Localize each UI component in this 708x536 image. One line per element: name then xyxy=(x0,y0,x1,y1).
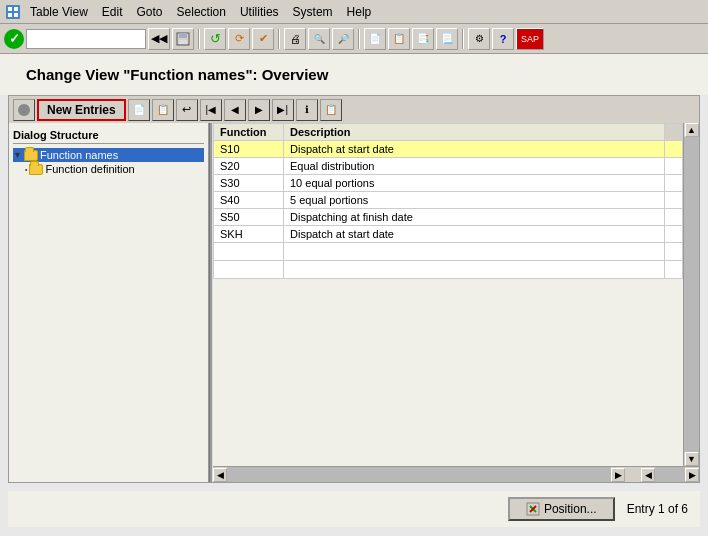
menu-goto[interactable]: Goto xyxy=(131,3,169,21)
cell-empty xyxy=(665,175,683,192)
action-toolbar: New Entries 📄 📋 ↩ |◀ ◀ ▶ ▶| ℹ 📋 xyxy=(8,95,700,123)
tree-item-function-names[interactable]: ▼ Function names xyxy=(13,148,204,162)
menu-system[interactable]: System xyxy=(287,3,339,21)
menu-edit[interactable]: Edit xyxy=(96,3,129,21)
tree-label-function-definition: Function definition xyxy=(45,163,134,175)
new-entries-button[interactable]: New Entries xyxy=(37,99,126,121)
menu-utilities[interactable]: Utilities xyxy=(234,3,285,21)
table-row[interactable]: S405 equal portions xyxy=(214,192,683,209)
undo-btn[interactable]: ↩ xyxy=(176,99,198,121)
cell-empty xyxy=(665,226,683,243)
details-btn[interactable]: 📋 xyxy=(320,99,342,121)
menu-table-view[interactable]: Table View xyxy=(24,3,94,21)
doc4-btn[interactable]: 📃 xyxy=(436,28,458,50)
find2-btn[interactable]: 🔎 xyxy=(332,28,354,50)
sap-btn[interactable]: SAP xyxy=(516,28,544,50)
table-area: Function Description S10Dispatch at star… xyxy=(213,123,699,482)
scroll-right2-btn[interactable]: ▶ xyxy=(685,468,699,482)
settings-btn[interactable]: ⚙ xyxy=(468,28,490,50)
toolbar-sep-4 xyxy=(462,29,464,49)
scroll-up-btn[interactable]: ▲ xyxy=(685,123,699,137)
table-row[interactable]: S20Equal distribution xyxy=(214,158,683,175)
cell-description: 5 equal portions xyxy=(284,192,665,209)
cell-description: Dispatch at start date xyxy=(284,141,665,158)
content-wrapper: Dialog Structure ▼ Function names • Func… xyxy=(8,123,700,483)
dialog-panel: Dialog Structure ▼ Function names • Func… xyxy=(9,123,209,482)
hscroll-track2[interactable] xyxy=(655,467,685,482)
table-row-empty xyxy=(214,261,683,279)
cell-description: Dispatch at start date xyxy=(284,226,665,243)
cell-description: Equal distribution xyxy=(284,158,665,175)
table-row[interactable]: S50Dispatching at finish date xyxy=(214,209,683,226)
col-header-function: Function xyxy=(214,124,284,141)
scroll-left2-btn[interactable]: ◀ xyxy=(641,468,655,482)
cell-function: S30 xyxy=(214,175,284,192)
cell-empty xyxy=(665,192,683,209)
refresh-btn[interactable]: ↺ xyxy=(204,28,226,50)
nav-back-btn[interactable]: ◀◀ xyxy=(148,28,170,50)
col-header-description: Description xyxy=(284,124,665,141)
app-icon xyxy=(4,3,22,21)
svg-rect-1 xyxy=(8,7,12,11)
svg-rect-3 xyxy=(8,13,12,17)
command-input[interactable] xyxy=(26,29,146,49)
svg-rect-6 xyxy=(179,33,187,38)
toolbar-icon-btn[interactable] xyxy=(13,99,35,121)
find-btn[interactable]: 🔍 xyxy=(308,28,330,50)
toolbar: ✓ ◀◀ ↺ ⟳ ✔ 🖨 🔍 🔎 📄 📋 📑 📃 ⚙ ? SAP xyxy=(0,24,708,54)
copy-btn[interactable]: 📄 xyxy=(128,99,150,121)
table-wrapper: Function Description S10Dispatch at star… xyxy=(213,123,683,466)
data-table: Function Description S10Dispatch at star… xyxy=(213,123,683,279)
save-btn[interactable] xyxy=(172,28,194,50)
col-header-corner[interactable] xyxy=(665,124,683,141)
dialog-structure-title: Dialog Structure xyxy=(13,127,204,144)
table-row-empty xyxy=(214,243,683,261)
scroll-left-btn[interactable]: ◀ xyxy=(213,468,227,482)
cell-function: S40 xyxy=(214,192,284,209)
confirm-button[interactable]: ✓ xyxy=(4,29,24,49)
doc-btn[interactable]: 📄 xyxy=(364,28,386,50)
vertical-scrollbar[interactable]: ▲ ▼ xyxy=(683,123,699,466)
page-title: Change View "Function names": Overview xyxy=(16,60,692,91)
entry-count: Entry 1 of 6 xyxy=(627,502,688,516)
cell-empty xyxy=(665,209,683,226)
check-btn[interactable]: ✔ xyxy=(252,28,274,50)
tree-item-function-definition[interactable]: • Function definition xyxy=(25,162,204,176)
scroll-down-btn[interactable]: ▼ xyxy=(685,452,699,466)
menubar: Table View Edit Goto Selection Utilities… xyxy=(0,0,708,24)
menu-selection[interactable]: Selection xyxy=(171,3,232,21)
cell-empty xyxy=(665,141,683,158)
print-btn[interactable]: 🖨 xyxy=(284,28,306,50)
tree-label-function-names: Function names xyxy=(40,149,118,161)
tree-arrow-dot: • xyxy=(25,166,27,173)
toolbar-sep-3 xyxy=(358,29,360,49)
svg-rect-7 xyxy=(179,40,187,44)
doc3-btn[interactable]: 📑 xyxy=(412,28,434,50)
hscroll-track[interactable] xyxy=(227,467,611,482)
help-btn[interactable]: ? xyxy=(492,28,514,50)
cell-empty xyxy=(665,158,683,175)
scroll-track[interactable] xyxy=(684,137,699,452)
doc2-btn[interactable]: 📋 xyxy=(388,28,410,50)
bottom-area: Position... Entry 1 of 6 xyxy=(8,491,700,527)
cell-description: Dispatching at finish date xyxy=(284,209,665,226)
table-row[interactable]: S10Dispatch at start date xyxy=(214,141,683,158)
horizontal-scrollbar[interactable]: ◀ ▶ ◀ ▶ xyxy=(213,466,699,482)
nav-next-btn[interactable]: ▶ xyxy=(248,99,270,121)
copy2-btn[interactable]: 📋 xyxy=(152,99,174,121)
position-button[interactable]: Position... xyxy=(508,497,615,521)
toolbar-sep-2 xyxy=(278,29,280,49)
nav-prev-btn[interactable]: ◀ xyxy=(224,99,246,121)
nav-last-btn[interactable]: ▶| xyxy=(272,99,294,121)
table-row[interactable]: S3010 equal portions xyxy=(214,175,683,192)
table-row[interactable]: SKHDispatch at start date xyxy=(214,226,683,243)
svg-rect-2 xyxy=(14,7,18,11)
cell-function: S50 xyxy=(214,209,284,226)
cell-description: 10 equal portions xyxy=(284,175,665,192)
info-btn[interactable]: ℹ xyxy=(296,99,318,121)
scroll-right-btn[interactable]: ▶ xyxy=(611,468,625,482)
nav-first-btn[interactable]: |◀ xyxy=(200,99,222,121)
svg-rect-4 xyxy=(14,13,18,17)
menu-help[interactable]: Help xyxy=(341,3,378,21)
sync-btn[interactable]: ⟳ xyxy=(228,28,250,50)
